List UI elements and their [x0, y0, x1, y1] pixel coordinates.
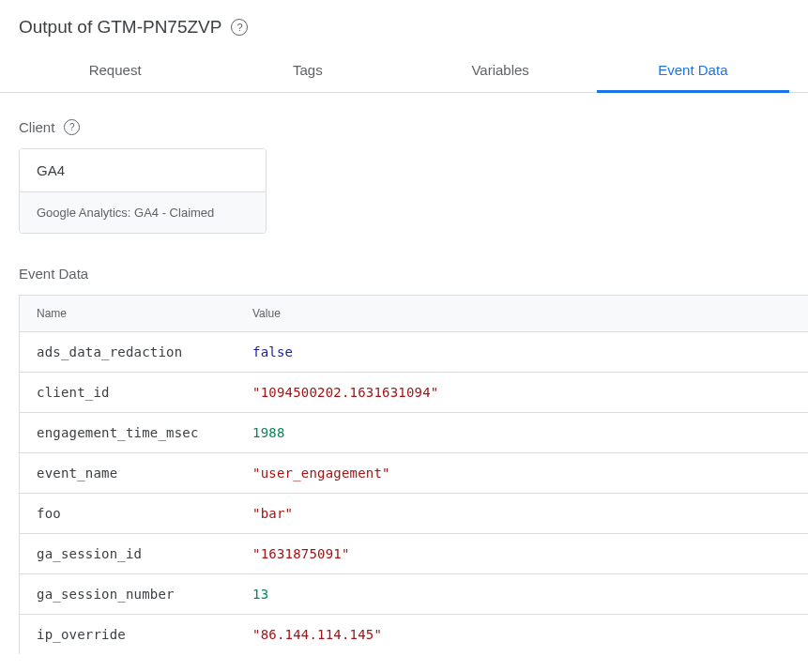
table-row[interactable]: client_id"1094500202.1631631094"	[20, 373, 808, 413]
column-header-name[interactable]: Name	[20, 296, 236, 331]
table-row[interactable]: ip_override"86.144.114.145"	[20, 615, 808, 654]
page-title: Output of GTM-PN75ZVP	[19, 17, 221, 38]
event-data-table: Name Value ads_data_redactionfalseclient…	[19, 295, 808, 654]
tabs-bar: RequestTagsVariablesEvent Data	[0, 49, 808, 93]
client-card[interactable]: GA4 Google Analytics: GA4 - Claimed	[19, 148, 267, 234]
table-row[interactable]: engagement_time_msec1988	[20, 413, 808, 453]
cell-value: "86.144.114.145"	[236, 615, 808, 654]
client-name: GA4	[20, 149, 266, 191]
cell-name: ga_session_number	[20, 574, 236, 614]
cell-name: ga_session_id	[20, 534, 236, 573]
cell-value: false	[236, 332, 808, 372]
cell-name: ads_data_redaction	[20, 332, 236, 372]
tab-variables[interactable]: Variables	[404, 49, 597, 92]
cell-value: "1631875091"	[236, 534, 808, 573]
page-header: Output of GTM-PN75ZVP ?	[0, 0, 808, 49]
help-icon[interactable]: ?	[64, 119, 80, 135]
cell-name: ip_override	[20, 615, 236, 654]
cell-value: 1988	[236, 413, 808, 452]
cell-value: 13	[236, 574, 808, 614]
cell-value: "bar"	[236, 494, 808, 533]
table-row[interactable]: ga_session_id"1631875091"	[20, 534, 808, 574]
table-row[interactable]: event_name"user_engagement"	[20, 453, 808, 494]
client-label-text: Client	[19, 119, 54, 135]
cell-name: client_id	[20, 373, 236, 412]
column-header-value[interactable]: Value	[236, 296, 808, 331]
table-header-row: Name Value	[20, 296, 808, 332]
tab-tags[interactable]: Tags	[211, 49, 404, 92]
cell-name: event_name	[20, 453, 236, 493]
cell-value: "user_engagement"	[236, 453, 808, 493]
table-row[interactable]: ads_data_redactionfalse	[20, 332, 808, 373]
tab-event-data[interactable]: Event Data	[597, 49, 789, 92]
tab-request[interactable]: Request	[19, 49, 211, 92]
client-section-label: Client ?	[19, 119, 808, 135]
cell-value: "1094500202.1631631094"	[236, 373, 808, 412]
cell-name: foo	[20, 494, 236, 533]
client-detail: Google Analytics: GA4 - Claimed	[20, 191, 266, 233]
content-area: Client ? GA4 Google Analytics: GA4 - Cla…	[0, 93, 808, 654]
cell-name: engagement_time_msec	[20, 413, 236, 452]
event-data-section-label: Event Data	[19, 266, 808, 282]
help-icon[interactable]: ?	[231, 19, 248, 36]
table-row[interactable]: foo"bar"	[20, 494, 808, 534]
table-row[interactable]: ga_session_number13	[20, 574, 808, 615]
